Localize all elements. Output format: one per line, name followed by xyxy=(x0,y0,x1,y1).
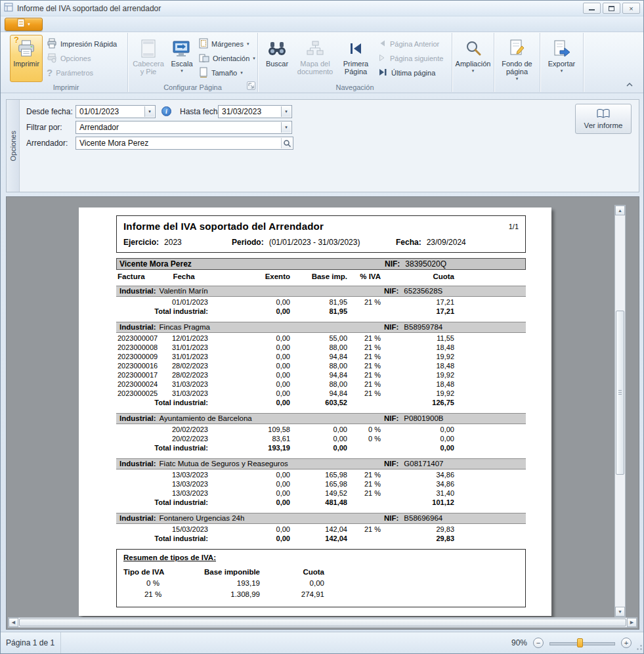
ultima-pagina-button[interactable]: Última página xyxy=(376,66,437,79)
report-section: Industrial:Fincas PragmaNIF:B58959784202… xyxy=(116,322,526,408)
spacer xyxy=(454,425,526,434)
minimize-button[interactable] xyxy=(583,3,601,14)
scroll-down-button[interactable]: ▼ xyxy=(615,607,625,617)
imprimir-button[interactable]: ? Imprimir xyxy=(10,35,43,82)
dropdown-caret-icon: ▾ xyxy=(516,76,519,81)
report-total-row: Total industrial:0,0081,9517,21 xyxy=(116,307,526,316)
cell: 21 % xyxy=(347,343,383,352)
empty-cell xyxy=(347,443,383,453)
info-icon[interactable]: i xyxy=(161,106,171,116)
cell: 21 % xyxy=(347,479,383,489)
periodo-value: (01/01/2023 - 31/03/2023) xyxy=(269,238,360,247)
orientacion-button[interactable]: Orientación ▾ xyxy=(198,51,257,65)
section-type-label: Industrial: xyxy=(119,287,156,295)
dropdown-caret-icon[interactable]: ▾ xyxy=(281,106,291,117)
section-nif: NIF:B58959784 xyxy=(384,322,442,332)
cell: 21 % xyxy=(347,352,383,361)
cell xyxy=(116,425,160,434)
binoculars-icon xyxy=(267,37,287,59)
mapa-documento-button[interactable]: Mapa del documento xyxy=(295,35,335,82)
document-icon xyxy=(17,18,25,30)
app-menu-button[interactable]: ▾ xyxy=(5,18,43,31)
dropdown-caret-icon[interactable]: ▾ xyxy=(144,106,154,117)
primera-pagina-label: Primera Página xyxy=(339,60,373,76)
cell: 0,00 xyxy=(290,434,347,443)
report-row: 202300002431/03/20230,0088,0021 %18,48 xyxy=(116,380,526,389)
total-exento: 0,00 xyxy=(208,398,290,408)
horizontal-scroll-thumb[interactable] xyxy=(19,619,626,626)
search-lookup-button[interactable] xyxy=(281,138,292,148)
ribbon-collapse-button[interactable] xyxy=(624,79,635,89)
scroll-right-button[interactable]: ▶ xyxy=(627,618,637,627)
fondo-pagina-button[interactable]: Fondo de página ▾ xyxy=(496,35,538,82)
cell: 0,00 xyxy=(208,470,290,479)
report-title: Informe del IVA soportado del Arrendador xyxy=(123,221,519,232)
parametros-button[interactable]: ? Parámetros xyxy=(45,66,95,79)
buscar-button[interactable]: Buscar xyxy=(262,35,292,82)
summary-column-label: Base imponible xyxy=(182,567,260,578)
spacer xyxy=(454,343,526,352)
empty-cell xyxy=(347,498,383,508)
ampliacion-button[interactable]: Ampliación ▾ xyxy=(454,35,492,82)
resize-grip-icon[interactable] xyxy=(634,642,643,653)
dropdown-caret-icon: ▾ xyxy=(240,70,243,76)
nif-label: NIF: xyxy=(384,323,398,331)
orientacion-label: Orientación xyxy=(213,54,249,62)
close-button[interactable]: × xyxy=(622,3,640,14)
maximize-button[interactable] xyxy=(603,3,620,14)
zoom-in-button[interactable]: + xyxy=(621,638,632,648)
cell xyxy=(116,525,160,534)
horizontal-scrollbar[interactable]: ◀ ▶ xyxy=(8,617,637,628)
zoom-slider[interactable] xyxy=(549,638,615,648)
section-name: Ayuntamiento de Barcelona xyxy=(160,414,252,422)
spacer xyxy=(454,534,526,544)
cell: 88,00 xyxy=(290,361,347,370)
pagina-anterior-button[interactable]: Página Anterior xyxy=(376,37,440,51)
opciones-button[interactable]: Opciones xyxy=(45,51,92,65)
cell: 13/03/2023 xyxy=(160,489,208,498)
empty-cell xyxy=(347,307,383,316)
report-row: 20/02/2023109,580,000 %0,00 xyxy=(116,425,526,434)
pagina-siguiente-button[interactable]: Página siguiente xyxy=(376,51,444,65)
dialog-launcher-button[interactable] xyxy=(247,81,255,90)
escala-button[interactable]: Escala ▾ xyxy=(167,35,196,82)
dropdown-caret-icon[interactable]: ▾ xyxy=(281,122,291,133)
nif-value: P0801900B xyxy=(404,414,443,422)
cell: 2023000007 xyxy=(116,334,160,343)
cell: 21 % xyxy=(347,525,383,534)
cell: 21 % xyxy=(347,334,383,343)
dropdown-caret-icon: ▾ xyxy=(247,41,249,47)
arrendador-input[interactable]: Vicente Mora Perez xyxy=(75,137,293,150)
desde-fecha-label: Desde fecha: xyxy=(26,105,73,118)
impresion-rapida-button[interactable]: Impresión Rápida xyxy=(45,37,118,51)
scroll-left-button[interactable]: ◀ xyxy=(9,618,18,627)
ver-informe-button[interactable]: Ver informe xyxy=(575,104,632,134)
spacer xyxy=(454,334,526,343)
title-bar: Informe del IVA soportado del arrendador… xyxy=(1,1,643,16)
vertical-scrollbar[interactable]: ▲ ▼ xyxy=(614,205,626,617)
cell: 83,61 xyxy=(208,434,290,443)
filtrar-por-select[interactable]: Arrendador ▾ xyxy=(75,121,292,134)
ampliacion-label: Ampliación xyxy=(456,60,491,68)
zoom-out-button[interactable]: − xyxy=(533,638,544,648)
total-base: 142,04 xyxy=(290,534,347,544)
print-options-icon xyxy=(47,53,57,64)
margenes-button[interactable]: Márgenes ▾ xyxy=(198,37,250,51)
primera-pagina-button[interactable]: Primera Página xyxy=(338,35,374,82)
nif-label: NIF: xyxy=(384,460,398,468)
desde-fecha-input[interactable]: 01/01/2023 ▾ xyxy=(75,105,156,118)
zoom-slider-thumb[interactable] xyxy=(577,638,583,647)
cabecera-pie-button[interactable]: Cabecera y Pie xyxy=(131,35,166,82)
vertical-scroll-thumb[interactable] xyxy=(616,311,624,475)
report-book-icon xyxy=(596,108,611,120)
hasta-fecha-input[interactable]: 31/03/2023 ▾ xyxy=(218,105,292,118)
report-column-label: Base imp. xyxy=(290,271,347,282)
exportar-button[interactable]: Exportar ▾ xyxy=(542,35,581,82)
pagina-siguiente-label: Página siguiente xyxy=(390,54,443,62)
nif-value: G08171407 xyxy=(404,460,443,468)
section-name: Fiatc Mutua de Seguros y Reaseguros xyxy=(160,460,288,468)
spacer xyxy=(454,525,526,534)
hasta-fecha-value: 31/03/2023 xyxy=(222,107,288,116)
scroll-up-button[interactable]: ▲ xyxy=(615,206,625,215)
tamano-button[interactable]: Tamaño ▾ xyxy=(198,66,244,79)
